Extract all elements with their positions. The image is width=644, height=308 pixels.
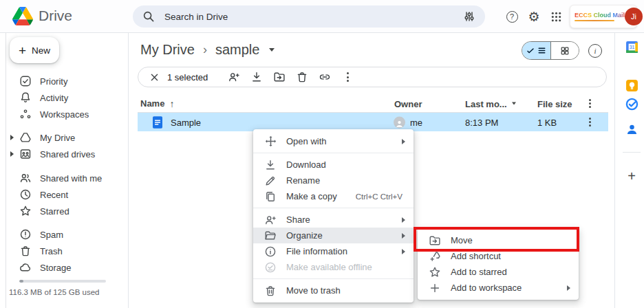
- expand-caret-icon[interactable]: [10, 151, 14, 157]
- people-icon: [19, 172, 32, 184]
- download-button[interactable]: [246, 69, 267, 85]
- tasks-icon: [625, 98, 638, 111]
- sidebar-item-label: Shared drives: [40, 149, 95, 160]
- new-button-label: New: [32, 45, 50, 56]
- menu-item-file-information[interactable]: File information: [253, 243, 414, 259]
- sidebar-item-storage[interactable]: Storage: [6, 259, 127, 276]
- menu-item-label: Make a copy: [286, 191, 356, 201]
- sidebar-item-priority[interactable]: Priority: [6, 73, 127, 89]
- trash-icon: [296, 71, 308, 83]
- menu-item-label: Add shortcut: [451, 251, 570, 261]
- account-badge[interactable]: ECCS Cloud Mail Ji: [570, 5, 637, 28]
- menu-item-make-a-copy[interactable]: Make a copy Ctrl+C Ctrl+V: [253, 188, 414, 204]
- menu-item-label: Move to trash: [286, 285, 405, 296]
- sidebar-item-spam[interactable]: Spam: [6, 226, 127, 243]
- move-button[interactable]: [269, 69, 290, 85]
- menu-item-rename[interactable]: Rename: [253, 173, 414, 188]
- column-header-last-modified[interactable]: Last mo...: [465, 98, 516, 109]
- star-icon: [19, 205, 32, 217]
- storage-usage-text: 116.3 MB of 125 GB used: [9, 288, 99, 296]
- keep-icon: [625, 79, 638, 92]
- submenu-item-add-to-workspace[interactable]: Add to workspace: [418, 280, 579, 296]
- submenu-item-add-to-starred[interactable]: Add to starred: [418, 264, 579, 280]
- folder-menu-caret-icon[interactable]: [269, 48, 275, 52]
- keep-app-button[interactable]: [625, 78, 638, 92]
- contacts-app-button[interactable]: [625, 122, 638, 136]
- breadcrumb-my-drive[interactable]: My Drive: [140, 42, 195, 58]
- header-divider: [0, 32, 644, 33]
- menu-item-open-with[interactable]: Open with: [253, 133, 414, 149]
- menu-item-download[interactable]: Download: [253, 157, 414, 173]
- apps-grid-button[interactable]: [547, 8, 565, 25]
- sidebar-item-trash[interactable]: Trash: [6, 243, 127, 259]
- breadcrumb-current-folder[interactable]: sample: [215, 42, 259, 58]
- menu-item-share[interactable]: Share: [253, 212, 414, 228]
- submenu-arrow-icon: [402, 249, 405, 254]
- submenu-item-move[interactable]: Move: [418, 232, 579, 248]
- grid-view-button[interactable]: [551, 42, 579, 59]
- submenu-arrow-icon: [567, 285, 570, 291]
- copy-icon: [264, 190, 277, 203]
- file-size-cell: 1 KB: [537, 117, 557, 127]
- get-link-button[interactable]: [314, 69, 335, 85]
- column-header-file-size[interactable]: File size: [537, 98, 572, 109]
- sidebar-item-workspaces[interactable]: Workspaces: [6, 106, 127, 122]
- sidebar-item-label: My Drive: [40, 133, 75, 143]
- search-options-icon[interactable]: [463, 10, 475, 23]
- pencil-icon: [264, 175, 277, 187]
- menu-item-label: Share: [286, 214, 402, 225]
- row-more-actions-button[interactable]: [589, 118, 591, 127]
- context-menu: Open with Download Rename: [253, 129, 414, 302]
- owner-cell: me: [394, 116, 422, 128]
- sidebar-item-recent[interactable]: Recent: [6, 186, 127, 203]
- tasks-app-button[interactable]: [625, 97, 638, 111]
- file-row-sample[interactable]: Sample me 8:13 PM 1 KB: [138, 113, 608, 131]
- menu-item-move-to-trash[interactable]: Move to trash: [253, 283, 414, 298]
- sidebar-item-my-drive[interactable]: My Drive: [6, 129, 127, 146]
- menu-item-organize[interactable]: Organize: [253, 228, 414, 243]
- sidebar-item-label: Starred: [40, 206, 69, 217]
- help-button[interactable]: ?: [503, 8, 521, 25]
- apps-grid-icon: [550, 11, 562, 23]
- sidebar-item-shared-with-me[interactable]: Shared with me: [6, 170, 127, 186]
- details-button[interactable]: i: [588, 44, 602, 58]
- clear-selection-button[interactable]: [147, 70, 161, 84]
- expand-caret-icon[interactable]: [10, 135, 14, 140]
- column-header-name[interactable]: Name ↑: [140, 98, 174, 109]
- info-icon: [264, 245, 277, 258]
- org-logo-subline: [575, 20, 614, 22]
- account-avatar[interactable]: Ji: [625, 8, 643, 25]
- column-header-owner[interactable]: Owner: [394, 98, 422, 109]
- contacts-icon: [625, 123, 638, 136]
- trash-button[interactable]: [292, 69, 312, 85]
- menu-item-label: Organize: [286, 230, 402, 241]
- submenu-item-add-shortcut[interactable]: Add shortcut: [418, 248, 579, 264]
- calendar-icon: 31: [625, 41, 638, 54]
- download-icon: [250, 71, 263, 83]
- app-title: Drive: [39, 8, 72, 24]
- more-actions-button[interactable]: [337, 69, 358, 85]
- cloud-icon: [19, 261, 32, 274]
- sidebar-item-starred[interactable]: Starred: [6, 203, 127, 219]
- trash-icon: [264, 285, 277, 297]
- column-settings-button[interactable]: [589, 99, 591, 109]
- new-button[interactable]: + New: [10, 37, 59, 63]
- sidebar-item-shared-drives[interactable]: Shared drives: [6, 146, 127, 162]
- get-add-ons-button[interactable]: +: [625, 169, 638, 183]
- menu-item-label: File information: [286, 246, 402, 256]
- close-icon: [149, 72, 160, 82]
- calendar-app-button[interactable]: 31: [625, 40, 638, 54]
- drive-logo-icon[interactable]: [12, 7, 33, 25]
- menu-item-shortcut: Ctrl+C Ctrl+V: [356, 192, 402, 201]
- menu-separator: [253, 153, 414, 153]
- settings-button[interactable]: ⚙: [525, 8, 543, 25]
- list-view-button[interactable]: [522, 42, 551, 59]
- breadcrumb: My Drive › sample: [140, 42, 275, 58]
- search-input[interactable]: Search in Drive: [133, 6, 485, 28]
- check-icon: [526, 47, 535, 55]
- sidebar-item-activity[interactable]: Activity: [6, 89, 127, 106]
- menu-item-label: Open with: [286, 136, 402, 146]
- menu-separator: [253, 278, 414, 279]
- share-button[interactable]: [224, 69, 244, 85]
- sort-ascending-icon[interactable]: ↑: [169, 98, 174, 109]
